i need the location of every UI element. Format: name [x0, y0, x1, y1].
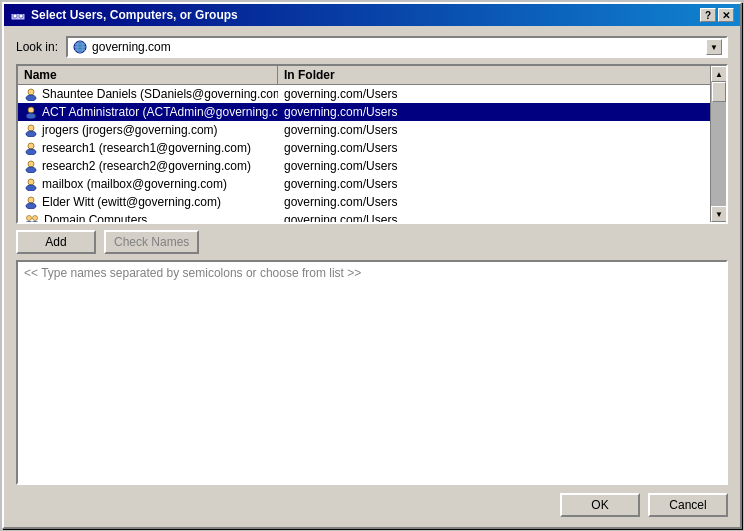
names-text-area[interactable]: << Type names separated by semicolons or…: [16, 260, 728, 485]
list-cell-name: research1 (research1@governing.com): [18, 140, 278, 156]
list-item[interactable]: ACT Administrator (ACTAdmin@governing.co…: [18, 103, 710, 121]
scroll-track[interactable]: [711, 82, 726, 206]
user-list[interactable]: Name In Folder Shauntee Daniels (SDaniel…: [18, 66, 710, 222]
svg-point-24: [33, 215, 38, 220]
svg-point-17: [28, 161, 34, 167]
svg-point-19: [28, 179, 34, 185]
list-cell-folder: governing.com/Users: [278, 158, 710, 174]
user-icon: [24, 142, 38, 155]
list-cell-folder: governing.com/Users: [278, 212, 710, 222]
svg-point-9: [28, 89, 34, 95]
user-icon: [24, 196, 38, 209]
list-item[interactable]: jrogers (jrogers@governing.com)governing…: [18, 121, 710, 139]
list-cell-name-text: Shauntee Daniels (SDaniels@governing.com…: [42, 87, 278, 101]
list-cell-name: Elder Witt (ewitt@governing.com): [18, 194, 278, 210]
svg-point-21: [28, 197, 34, 203]
list-item[interactable]: Shauntee Daniels (SDaniels@governing.com…: [18, 85, 710, 103]
svg-point-23: [27, 215, 32, 220]
svg-point-10: [26, 95, 36, 101]
list-item[interactable]: Domain Computersgoverning.com/Users: [18, 211, 710, 222]
list-cell-name: Shauntee Daniels (SDaniels@governing.com…: [18, 86, 278, 102]
scroll-up-button[interactable]: ▲: [711, 66, 727, 82]
list-cell-folder: governing.com/Users: [278, 140, 710, 156]
list-cell-folder: governing.com/Users: [278, 104, 710, 120]
list-cell-name-text: research2 (research2@governing.com): [42, 159, 251, 173]
help-button[interactable]: ?: [700, 8, 716, 22]
svg-rect-1: [11, 10, 25, 14]
add-button[interactable]: Add: [16, 230, 96, 254]
bottom-buttons-row: OK Cancel: [16, 491, 728, 517]
svg-point-12: [26, 113, 36, 119]
list-item[interactable]: research2 (research2@governing.com)gover…: [18, 157, 710, 175]
user-icon: [24, 88, 38, 101]
user-list-container: Name In Folder Shauntee Daniels (SDaniel…: [16, 64, 728, 224]
list-cell-name: jrogers (jrogers@governing.com): [18, 122, 278, 138]
vertical-scrollbar[interactable]: ▲ ▼: [710, 66, 726, 222]
svg-point-20: [26, 185, 36, 191]
scroll-down-button[interactable]: ▼: [711, 206, 727, 222]
list-cell-name-text: research1 (research1@governing.com): [42, 141, 251, 155]
list-item[interactable]: research1 (research1@governing.com)gover…: [18, 139, 710, 157]
list-cell-folder: governing.com/Users: [278, 176, 710, 192]
column-header-name[interactable]: Name: [18, 66, 278, 84]
list-cell-name-text: mailbox (mailbox@governing.com): [42, 177, 227, 191]
user-icon: [24, 178, 38, 191]
look-in-label: Look in:: [16, 40, 58, 54]
list-cell-name-text: jrogers (jrogers@governing.com): [42, 123, 218, 137]
ok-button[interactable]: OK: [560, 493, 640, 517]
title-bar: Select Users, Computers, or Groups ? ✕: [4, 4, 740, 26]
list-cell-name: research2 (research2@governing.com): [18, 158, 278, 174]
list-cell-folder: governing.com/Users: [278, 86, 710, 102]
svg-point-2: [13, 14, 17, 18]
svg-point-18: [26, 167, 36, 173]
svg-point-26: [31, 221, 39, 222]
svg-point-15: [28, 143, 34, 149]
svg-point-22: [26, 203, 36, 209]
look-in-row: Look in: governing.com ▼: [16, 36, 728, 58]
globe-icon: [72, 39, 88, 55]
svg-point-16: [26, 149, 36, 155]
list-cell-folder: governing.com/Users: [278, 122, 710, 138]
list-cell-name: mailbox (mailbox@governing.com): [18, 176, 278, 192]
user-icon: [24, 124, 38, 137]
list-cell-name-text: ACT Administrator (ACTAdmin@governing.co…: [42, 105, 278, 119]
cancel-button[interactable]: Cancel: [648, 493, 728, 517]
text-area-placeholder: << Type names separated by semicolons or…: [24, 266, 361, 280]
look-in-dropdown[interactable]: governing.com ▼: [66, 36, 728, 58]
list-item[interactable]: Elder Witt (ewitt@governing.com)governin…: [18, 193, 710, 211]
list-cell-name: Domain Computers: [18, 212, 278, 222]
list-cell-folder: governing.com/Users: [278, 194, 710, 210]
user-icon: [24, 106, 38, 119]
close-button[interactable]: ✕: [718, 8, 734, 22]
list-header: Name In Folder: [18, 66, 710, 85]
check-names-button[interactable]: Check Names: [104, 230, 199, 254]
dialog-icon: [10, 7, 26, 23]
title-button-group: ? ✕: [700, 8, 734, 22]
scroll-thumb[interactable]: [712, 82, 726, 102]
svg-point-13: [28, 125, 34, 131]
group-icon: [24, 214, 40, 223]
list-cell-name-text: Elder Witt (ewitt@governing.com): [42, 195, 221, 209]
dialog-window: Select Users, Computers, or Groups ? ✕ L…: [2, 2, 742, 529]
svg-point-11: [28, 107, 34, 113]
svg-point-3: [19, 14, 23, 18]
user-icon: [24, 160, 38, 173]
column-header-folder[interactable]: In Folder: [278, 66, 710, 84]
svg-point-14: [26, 131, 36, 137]
dialog-title: Select Users, Computers, or Groups: [31, 8, 238, 22]
action-buttons-row: Add Check Names: [16, 230, 728, 254]
list-item[interactable]: mailbox (mailbox@governing.com)governing…: [18, 175, 710, 193]
list-cell-name: ACT Administrator (ACTAdmin@governing.co…: [18, 104, 278, 120]
look-in-value: governing.com: [92, 40, 171, 54]
list-cell-name-text: Domain Computers: [44, 213, 147, 222]
dropdown-arrow-icon[interactable]: ▼: [706, 39, 722, 55]
